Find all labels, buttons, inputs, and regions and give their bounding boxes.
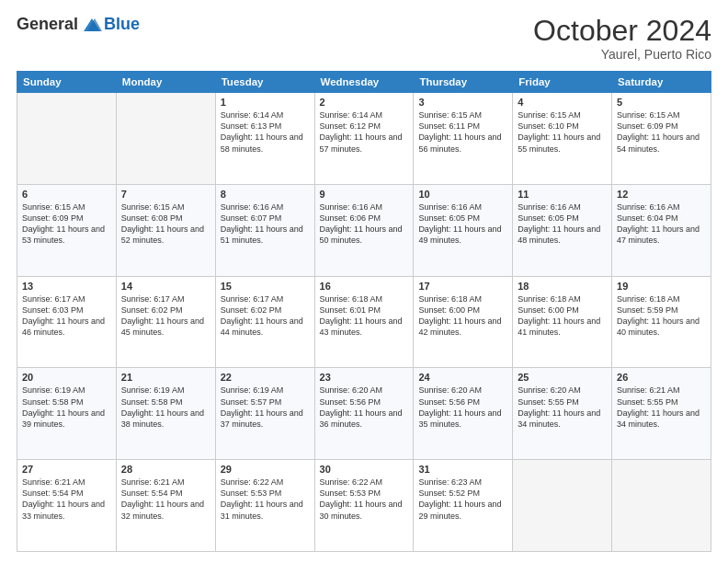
day-number: 23 xyxy=(320,372,409,383)
calendar-cell-2-1: 14Sunrise: 6:17 AM Sunset: 6:02 PM Dayli… xyxy=(116,276,215,368)
day-number: 9 xyxy=(320,189,409,200)
calendar-cell-0-6: 5Sunrise: 6:15 AM Sunset: 6:09 PM Daylig… xyxy=(612,93,711,185)
day-number: 19 xyxy=(617,281,706,292)
calendar-cell-4-4: 31Sunrise: 6:23 AM Sunset: 5:52 PM Dayli… xyxy=(414,460,513,552)
logo-general: General xyxy=(17,15,78,34)
day-number: 20 xyxy=(22,372,111,383)
calendar-cell-4-3: 30Sunrise: 6:22 AM Sunset: 5:53 PM Dayli… xyxy=(314,460,414,552)
calendar-cell-3-0: 20Sunrise: 6:19 AM Sunset: 5:58 PM Dayli… xyxy=(17,368,117,460)
cell-sun-info: Sunrise: 6:17 AM Sunset: 6:02 PM Dayligh… xyxy=(221,293,310,339)
calendar-table: Sunday Monday Tuesday Wednesday Thursday… xyxy=(17,71,711,552)
day-number: 2 xyxy=(320,97,409,108)
logo-blue: Blue xyxy=(104,15,140,34)
cell-sun-info: Sunrise: 6:15 AM Sunset: 6:09 PM Dayligh… xyxy=(22,201,111,247)
calendar-cell-1-2: 8Sunrise: 6:16 AM Sunset: 6:07 PM Daylig… xyxy=(215,184,314,276)
day-number: 28 xyxy=(121,464,210,475)
calendar-cell-0-5: 4Sunrise: 6:15 AM Sunset: 6:10 PM Daylig… xyxy=(513,93,612,185)
page: General Blue October 2024 Yaurel, Puerto… xyxy=(0,0,728,563)
col-sunday: Sunday xyxy=(17,72,117,93)
col-monday: Monday xyxy=(116,72,215,93)
day-number: 7 xyxy=(121,189,210,200)
calendar-header-row: Sunday Monday Tuesday Wednesday Thursday… xyxy=(17,72,711,93)
day-number: 8 xyxy=(221,189,310,200)
day-number: 18 xyxy=(518,281,607,292)
cell-sun-info: Sunrise: 6:18 AM Sunset: 6:00 PM Dayligh… xyxy=(518,293,607,339)
cell-sun-info: Sunrise: 6:20 AM Sunset: 5:56 PM Dayligh… xyxy=(418,385,507,430)
day-number: 11 xyxy=(518,189,607,200)
calendar-cell-3-6: 26Sunrise: 6:21 AM Sunset: 5:55 PM Dayli… xyxy=(612,368,711,460)
calendar-cell-3-4: 24Sunrise: 6:20 AM Sunset: 5:56 PM Dayli… xyxy=(414,368,513,460)
cell-sun-info: Sunrise: 6:22 AM Sunset: 5:53 PM Dayligh… xyxy=(221,477,310,522)
calendar-cell-1-6: 12Sunrise: 6:16 AM Sunset: 6:04 PM Dayli… xyxy=(612,184,711,276)
week-row-3: 13Sunrise: 6:17 AM Sunset: 6:03 PM Dayli… xyxy=(17,276,711,368)
day-number: 12 xyxy=(617,189,706,200)
calendar-cell-0-2: 1Sunrise: 6:14 AM Sunset: 6:13 PM Daylig… xyxy=(215,93,314,185)
day-number: 4 xyxy=(518,97,607,108)
cell-sun-info: Sunrise: 6:14 AM Sunset: 6:13 PM Dayligh… xyxy=(221,109,310,155)
col-saturday: Saturday xyxy=(612,72,711,93)
calendar-cell-1-0: 6Sunrise: 6:15 AM Sunset: 6:09 PM Daylig… xyxy=(17,184,117,276)
day-number: 22 xyxy=(221,372,310,383)
calendar-cell-4-2: 29Sunrise: 6:22 AM Sunset: 5:53 PM Dayli… xyxy=(215,460,314,552)
calendar-cell-2-0: 13Sunrise: 6:17 AM Sunset: 6:03 PM Dayli… xyxy=(17,276,117,368)
calendar-cell-3-3: 23Sunrise: 6:20 AM Sunset: 5:56 PM Dayli… xyxy=(314,368,414,460)
cell-sun-info: Sunrise: 6:16 AM Sunset: 6:05 PM Dayligh… xyxy=(518,201,607,247)
logo-area: General Blue xyxy=(17,15,140,34)
cell-sun-info: Sunrise: 6:18 AM Sunset: 6:00 PM Dayligh… xyxy=(418,293,507,339)
day-number: 10 xyxy=(418,189,507,200)
cell-sun-info: Sunrise: 6:21 AM Sunset: 5:54 PM Dayligh… xyxy=(121,477,210,522)
day-number: 25 xyxy=(518,372,607,383)
calendar-cell-0-4: 3Sunrise: 6:15 AM Sunset: 6:11 PM Daylig… xyxy=(414,93,513,185)
col-tuesday: Tuesday xyxy=(215,72,314,93)
calendar-cell-2-6: 19Sunrise: 6:18 AM Sunset: 5:59 PM Dayli… xyxy=(612,276,711,368)
day-number: 5 xyxy=(617,97,706,108)
day-number: 17 xyxy=(418,281,507,292)
cell-sun-info: Sunrise: 6:21 AM Sunset: 5:55 PM Dayligh… xyxy=(617,385,706,430)
cell-sun-info: Sunrise: 6:23 AM Sunset: 5:52 PM Dayligh… xyxy=(418,477,507,522)
cell-sun-info: Sunrise: 6:15 AM Sunset: 6:09 PM Dayligh… xyxy=(617,109,706,155)
day-number: 14 xyxy=(121,281,210,292)
cell-sun-info: Sunrise: 6:21 AM Sunset: 5:54 PM Dayligh… xyxy=(22,477,111,522)
day-number: 27 xyxy=(22,464,111,475)
calendar-cell-4-6 xyxy=(612,460,711,552)
calendar-cell-2-3: 16Sunrise: 6:18 AM Sunset: 6:01 PM Dayli… xyxy=(314,276,414,368)
day-number: 30 xyxy=(320,464,409,475)
cell-sun-info: Sunrise: 6:14 AM Sunset: 6:12 PM Dayligh… xyxy=(320,109,409,155)
calendar-cell-0-3: 2Sunrise: 6:14 AM Sunset: 6:12 PM Daylig… xyxy=(314,93,414,185)
cell-sun-info: Sunrise: 6:18 AM Sunset: 6:01 PM Dayligh… xyxy=(320,293,409,339)
cell-sun-info: Sunrise: 6:15 AM Sunset: 6:10 PM Dayligh… xyxy=(518,109,607,155)
calendar-cell-3-5: 25Sunrise: 6:20 AM Sunset: 5:55 PM Dayli… xyxy=(513,368,612,460)
day-number: 15 xyxy=(221,281,310,292)
location-subtitle: Yaurel, Puerto Rico xyxy=(533,47,711,62)
cell-sun-info: Sunrise: 6:19 AM Sunset: 5:58 PM Dayligh… xyxy=(22,385,111,430)
calendar-cell-1-1: 7Sunrise: 6:15 AM Sunset: 6:08 PM Daylig… xyxy=(116,184,215,276)
col-wednesday: Wednesday xyxy=(314,72,414,93)
calendar-cell-0-0 xyxy=(17,93,117,185)
cell-sun-info: Sunrise: 6:18 AM Sunset: 5:59 PM Dayligh… xyxy=(617,293,706,339)
cell-sun-info: Sunrise: 6:15 AM Sunset: 6:11 PM Dayligh… xyxy=(418,109,507,155)
logo-icon xyxy=(82,17,102,33)
week-row-5: 27Sunrise: 6:21 AM Sunset: 5:54 PM Dayli… xyxy=(17,460,711,552)
day-number: 16 xyxy=(320,281,409,292)
header: General Blue October 2024 Yaurel, Puerto… xyxy=(17,15,711,62)
calendar-cell-4-1: 28Sunrise: 6:21 AM Sunset: 5:54 PM Dayli… xyxy=(116,460,215,552)
week-row-4: 20Sunrise: 6:19 AM Sunset: 5:58 PM Dayli… xyxy=(17,368,711,460)
cell-sun-info: Sunrise: 6:19 AM Sunset: 5:57 PM Dayligh… xyxy=(221,385,310,430)
calendar-cell-4-5 xyxy=(513,460,612,552)
day-number: 1 xyxy=(221,97,310,108)
calendar-cell-1-4: 10Sunrise: 6:16 AM Sunset: 6:05 PM Dayli… xyxy=(414,184,513,276)
cell-sun-info: Sunrise: 6:17 AM Sunset: 6:03 PM Dayligh… xyxy=(22,293,111,339)
calendar-cell-0-1 xyxy=(116,93,215,185)
cell-sun-info: Sunrise: 6:17 AM Sunset: 6:02 PM Dayligh… xyxy=(121,293,210,339)
cell-sun-info: Sunrise: 6:20 AM Sunset: 5:55 PM Dayligh… xyxy=(518,385,607,430)
cell-sun-info: Sunrise: 6:16 AM Sunset: 6:07 PM Dayligh… xyxy=(221,201,310,247)
week-row-2: 6Sunrise: 6:15 AM Sunset: 6:09 PM Daylig… xyxy=(17,184,711,276)
cell-sun-info: Sunrise: 6:16 AM Sunset: 6:06 PM Dayligh… xyxy=(320,201,409,247)
day-number: 13 xyxy=(22,281,111,292)
day-number: 29 xyxy=(221,464,310,475)
logo: General Blue xyxy=(17,15,140,34)
day-number: 6 xyxy=(22,189,111,200)
day-number: 24 xyxy=(418,372,507,383)
calendar-cell-1-5: 11Sunrise: 6:16 AM Sunset: 6:05 PM Dayli… xyxy=(513,184,612,276)
cell-sun-info: Sunrise: 6:22 AM Sunset: 5:53 PM Dayligh… xyxy=(320,477,409,522)
